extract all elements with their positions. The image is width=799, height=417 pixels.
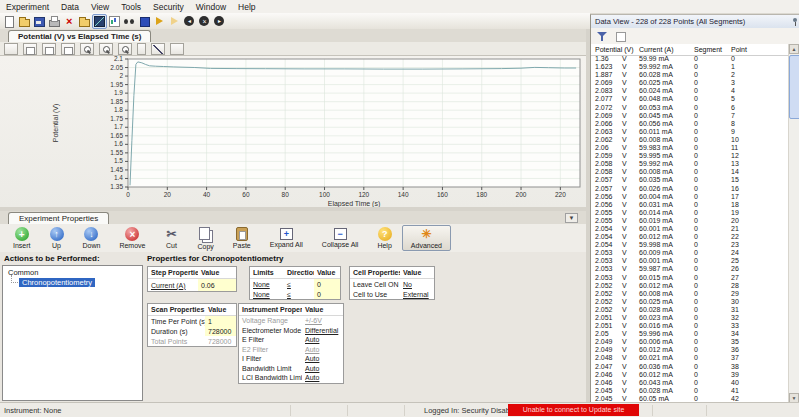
grid-edit-icon[interactable] — [615, 30, 629, 43]
table-row[interactable]: 2.047V60.036 mA038 — [591, 363, 789, 371]
skip-back-icon[interactable] — [182, 14, 197, 29]
copy-button[interactable]: Copy — [189, 225, 223, 252]
value-time-per-point-s-[interactable]: 1 — [205, 316, 236, 326]
axis-x-zoom-icon[interactable] — [42, 43, 56, 55]
table-row[interactable]: 2.053V59.987 mA026 — [591, 265, 789, 273]
value-lci-bandwidth-limit[interactable]: Auto — [302, 373, 343, 382]
table-row[interactable]: 2.05V59.996 mA034 — [591, 330, 789, 338]
chevron-down-icon[interactable]: ▼ — [565, 213, 578, 223]
zoom-in-icon[interactable] — [80, 43, 94, 55]
table-row[interactable]: 2.053V60.009 mA024 — [591, 249, 789, 257]
direction-link[interactable]: ≤ — [284, 290, 314, 299]
data-table-scrollbar[interactable]: ▲ ▼ — [788, 44, 799, 403]
table-row[interactable]: 2.077V60.048 mA05 — [591, 95, 789, 103]
chart-edit-icon[interactable] — [4, 43, 18, 55]
value-duration-s-[interactable]: 728000 — [205, 326, 236, 336]
zoom-dropdown-icon[interactable] — [137, 43, 146, 55]
table-row[interactable]: 1.36V59.99 mA00 — [591, 55, 789, 63]
peak-marker-icon[interactable] — [170, 43, 184, 55]
menu-view[interactable]: View — [85, 2, 115, 12]
line-tool-icon[interactable] — [151, 43, 165, 55]
axis-y-zoom-icon[interactable] — [61, 43, 75, 55]
insert-button[interactable]: Insert — [4, 225, 40, 251]
column-current[interactable]: Current (A) — [639, 46, 694, 53]
value-cell-to-use[interactable]: External — [400, 290, 434, 299]
value-none[interactable]: 0 — [314, 279, 340, 289]
status-update-alert[interactable]: Unable to connect to Update site — [508, 404, 639, 416]
table-row[interactable]: 2.054V59.998 mA023 — [591, 241, 789, 249]
table-row[interactable]: 2.045V60.028 mA041 — [591, 387, 789, 395]
table-row[interactable]: 2.066V60.056 mA08 — [591, 120, 789, 128]
table-row[interactable]: 2.048V60.021 mA037 — [591, 354, 789, 362]
print-icon[interactable] — [47, 14, 62, 29]
tree-item-common[interactable]: Common — [3, 266, 142, 277]
table-row[interactable]: 2.052V60.028 mA031 — [591, 306, 789, 314]
table-row[interactable]: 2.059V59.995 mA012 — [591, 152, 789, 160]
table-row[interactable]: 2.058V59.992 mA013 — [591, 160, 789, 168]
delete-icon[interactable] — [62, 14, 77, 29]
scroll-last-icon[interactable] — [655, 30, 669, 43]
advanced-button[interactable]: Advanced — [402, 225, 451, 251]
remove-button[interactable]: Remove — [110, 225, 154, 251]
table-row[interactable]: 2.069V60.025 mA03 — [591, 79, 789, 87]
table-row[interactable]: 2.058V60.008 mA014 — [591, 168, 789, 176]
pause-icon[interactable] — [137, 14, 152, 29]
menu-help[interactable]: Help — [232, 2, 261, 12]
tree-item-chronopotentiometry[interactable]: Chronopotentiometry — [19, 278, 95, 287]
scroll-first-icon[interactable] — [635, 30, 649, 43]
column-point[interactable]: Point — [731, 46, 771, 53]
menu-data[interactable]: Data — [55, 2, 85, 12]
table-row[interactable]: 2.053V60.001 mA025 — [591, 257, 789, 265]
direction-link[interactable]: ≤ — [284, 280, 314, 289]
table-row[interactable]: 2.052V60.012 mA028 — [591, 282, 789, 290]
table-row[interactable]: 2.046V60.043 mA040 — [591, 379, 789, 387]
table-row[interactable]: 2.083V60.024 mA04 — [591, 87, 789, 95]
scrollbar-up-icon[interactable]: ▲ — [789, 44, 799, 54]
table-row[interactable]: 2.062V60.008 mA010 — [591, 136, 789, 144]
table-row[interactable]: 2.055V60.014 mA019 — [591, 209, 789, 217]
collapse-all-button[interactable]: Collapse All — [313, 226, 368, 250]
table-row[interactable]: 1.887V60.028 mA02 — [591, 71, 789, 79]
table-row[interactable]: 2.054V60.012 mA022 — [591, 233, 789, 241]
table-row[interactable]: 2.052V60.025 mA030 — [591, 298, 789, 306]
save-icon[interactable] — [32, 14, 47, 29]
zoom-box-icon[interactable] — [118, 43, 132, 55]
table-row[interactable]: 2.051V60.023 mA032 — [591, 314, 789, 322]
filter-icon[interactable] — [595, 30, 609, 43]
table-row[interactable]: 2.06V59.983 mA011 — [591, 144, 789, 152]
menu-tools[interactable]: Tools — [115, 2, 147, 12]
table-row[interactable]: 2.052V60.008 mA029 — [591, 290, 789, 298]
scrollbar-thumb[interactable] — [789, 55, 799, 119]
down-button[interactable]: Down — [74, 225, 110, 251]
help-button[interactable]: Help — [368, 225, 400, 251]
table-row[interactable]: 2.072V60.053 mA06 — [591, 104, 789, 112]
axis-fit-icon[interactable] — [23, 43, 37, 55]
table-row[interactable]: 1.623V59.992 mA01 — [591, 63, 789, 71]
table-row[interactable]: 2.057V60.026 mA016 — [591, 185, 789, 193]
column-segment[interactable]: Segment — [694, 46, 731, 53]
table-row[interactable]: 2.063V60.011 mA09 — [591, 128, 789, 136]
graph-view-icon[interactable] — [92, 14, 107, 29]
graph-image-icon[interactable] — [107, 14, 122, 29]
table-row[interactable]: 2.046V60.012 mA039 — [591, 371, 789, 379]
table-row[interactable]: 2.069V60.045 mA07 — [591, 112, 789, 120]
abort-icon[interactable] — [197, 14, 212, 29]
table-row[interactable]: 2.057V60.035 mA015 — [591, 176, 789, 184]
menu-security[interactable]: Security — [147, 2, 190, 12]
value-electrometer-mode[interactable]: Differential — [302, 326, 343, 335]
value-e-filter[interactable]: Auto — [302, 335, 343, 344]
up-button[interactable]: Up — [41, 225, 73, 251]
rerun-icon[interactable] — [167, 14, 182, 29]
value-bandwidth-limit[interactable]: Auto — [302, 364, 343, 373]
zoom-out-icon[interactable] — [99, 43, 113, 55]
value-current-a-[interactable]: 0.06 — [198, 279, 236, 291]
binoculars-icon[interactable] — [122, 14, 137, 29]
menu-window[interactable]: Window — [190, 2, 232, 12]
paste-button[interactable]: Paste — [224, 225, 260, 251]
value-i-filter[interactable]: Auto — [302, 354, 343, 363]
table-row[interactable]: 2.053V60.015 mA027 — [591, 274, 789, 282]
cut-button[interactable]: Cut — [156, 225, 188, 251]
value-leave-cell-on[interactable]: No — [400, 280, 434, 289]
table-row[interactable]: 2.056V60.031 mA018 — [591, 201, 789, 209]
skip-forward-icon[interactable] — [212, 14, 227, 29]
